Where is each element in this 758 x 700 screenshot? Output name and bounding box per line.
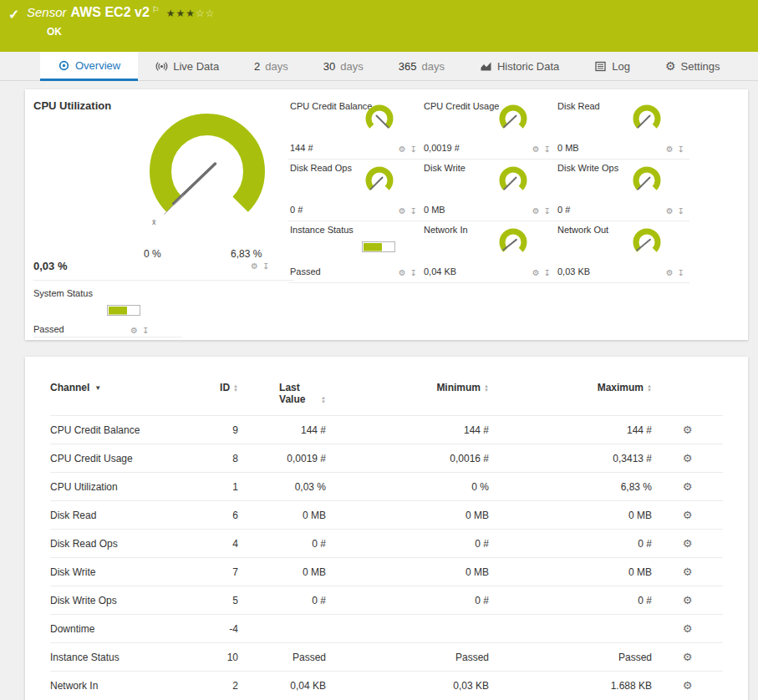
- column-header-maximum[interactable]: Maximum▲▼: [489, 367, 652, 416]
- channel-settings-icon[interactable]: ⚙: [683, 651, 693, 663]
- channel-settings-icon[interactable]: ⚙: [683, 679, 693, 692]
- gear-icon[interactable]: ⚙: [666, 206, 674, 216]
- gauge-cell-disk-read: Disk Read0 MB⚙↧: [556, 98, 689, 160]
- small-gauges-grid: CPU Credit Balance144 #⚙↧CPU Credit Usag…: [288, 98, 689, 283]
- main-gauge-max-label: 6,83 %: [231, 248, 262, 260]
- tab-settings[interactable]: ⚙Settings: [648, 52, 738, 80]
- gear-icon[interactable]: ⚙: [532, 268, 540, 277]
- channel-value: 6,83 %: [489, 473, 652, 501]
- gauge-dial: [360, 164, 399, 199]
- gauge-cell-disk-write: Disk Write0 MB⚙↧: [422, 160, 556, 221]
- channel-name: Disk Read Ops: [50, 530, 192, 558]
- pin-icon[interactable]: ↧: [142, 326, 149, 335]
- star-4[interactable]: ☆: [196, 8, 206, 19]
- channel-value: 8: [192, 444, 238, 473]
- tab-live-data[interactable]: Live Data: [138, 52, 237, 80]
- gauge-dial: [494, 164, 532, 199]
- channel-settings-icon[interactable]: ⚙: [683, 509, 693, 521]
- sort-icon[interactable]: ▲▼: [484, 384, 489, 393]
- gauge-actions: ⚙↧: [666, 145, 684, 154]
- column-label: Minimum: [436, 382, 481, 393]
- tab-365-days[interactable]: 365days: [381, 52, 462, 80]
- channel-value: 0 MB: [238, 501, 326, 530]
- channel-settings-icon[interactable]: ⚙: [683, 594, 693, 606]
- gauge-dial-holder: [360, 164, 399, 202]
- gauge-value: Passed: [290, 266, 321, 276]
- pin-icon[interactable]: ↧: [544, 206, 551, 216]
- tab-2-days[interactable]: 2days: [237, 52, 306, 80]
- gear-icon[interactable]: ⚙: [666, 268, 674, 277]
- tab-number: 365: [399, 60, 417, 73]
- pin-icon[interactable]: ↧: [544, 268, 551, 277]
- channel-name: Network In: [50, 672, 192, 700]
- channel-menu-icon[interactable]: ▼: [94, 384, 101, 392]
- gear-icon[interactable]: ⚙: [399, 206, 406, 216]
- table-row-disk-read: Disk Read60 MB0 MB0 MB⚙: [50, 501, 723, 530]
- tab-label: days: [421, 60, 444, 73]
- gear-icon[interactable]: ⚙: [532, 206, 540, 216]
- gauge-title: Network In: [424, 225, 468, 235]
- channel-settings-icon[interactable]: ⚙: [683, 424, 693, 436]
- sort-icon[interactable]: ▲▼: [647, 384, 652, 393]
- pin-icon[interactable]: ↧: [678, 206, 684, 216]
- table-row-downtime: Downtime-4⚙: [50, 615, 723, 643]
- star-5[interactable]: ☆: [206, 8, 216, 19]
- gear-icon[interactable]: ⚙: [532, 145, 540, 154]
- pin-icon[interactable]: ↧: [678, 268, 684, 277]
- channel-settings-icon[interactable]: ⚙: [683, 452, 693, 464]
- table-row-cpu-utilization: CPU Utilization10,03 %0 %6,83 %⚙: [50, 473, 723, 501]
- gauge-dial: [628, 164, 666, 199]
- gear-icon[interactable]: ⚙: [666, 145, 674, 154]
- star-2[interactable]: ★: [176, 8, 186, 19]
- tab-label: Historic Data: [497, 60, 559, 73]
- gear-icon[interactable]: ⚙: [130, 326, 138, 335]
- column-header-id[interactable]: ID▲▼: [192, 367, 238, 416]
- priority-stars[interactable]: ★★★☆☆: [166, 8, 216, 19]
- channel-settings-icon[interactable]: ⚙: [683, 566, 693, 578]
- sort-icon[interactable]: ▲▼: [321, 396, 326, 404]
- column-header-minimum[interactable]: Minimum▲▼: [326, 367, 489, 416]
- gear-icon[interactable]: ⚙: [399, 268, 406, 277]
- pin-icon[interactable]: ↧: [410, 206, 417, 216]
- table-header-row: Channel▼ID▲▼Last Value▲▼Minimum▲▼Maximum…: [50, 367, 723, 416]
- column-header-actions: [652, 367, 723, 416]
- pin-icon[interactable]: ↧: [262, 261, 269, 271]
- channel-value: Passed: [489, 643, 652, 672]
- gear-icon[interactable]: ⚙: [251, 261, 258, 271]
- channel-settings-icon[interactable]: ⚙: [683, 622, 693, 635]
- pin-icon[interactable]: ↧: [410, 268, 417, 277]
- star-3[interactable]: ★: [186, 8, 196, 19]
- tab-log[interactable]: Log: [577, 52, 648, 80]
- channel-value: 0 #: [326, 530, 489, 558]
- tab-overview[interactable]: Overview: [40, 52, 138, 81]
- tab-30-days[interactable]: 30days: [306, 52, 381, 80]
- gauge-actions: ⚙↧: [532, 206, 551, 216]
- flag-icon[interactable]: ⚐: [152, 5, 160, 14]
- pin-icon[interactable]: ↧: [678, 145, 684, 154]
- gauge-value: 0 #: [290, 205, 303, 215]
- gauge-title: Instance Status: [290, 225, 354, 235]
- gauge-dial: [494, 226, 532, 261]
- tab-bar: OverviewLive Data2days30days365daysHisto…: [0, 52, 758, 81]
- gauge-actions: ⚙↧: [399, 268, 417, 277]
- sensor-status-label: OK: [47, 26, 62, 38]
- channel-value: 0 MB: [489, 501, 652, 530]
- channel-settings-icon[interactable]: ⚙: [683, 537, 693, 550]
- sort-icon[interactable]: ▲▼: [233, 384, 238, 393]
- star-1[interactable]: ★: [166, 8, 176, 19]
- gauges-panel: CPU Utilization x̄ 0,03 % 0 % 6,83 % ⚙ ↧…: [25, 89, 748, 340]
- pin-icon[interactable]: ↧: [410, 145, 417, 154]
- gauge-title: Disk Read Ops: [290, 163, 352, 173]
- tab-number: 30: [323, 60, 335, 73]
- gauge-cell-cpu-credit-balance: CPU Credit Balance144 #⚙↧: [288, 98, 422, 160]
- channel-value: 144 #: [489, 416, 652, 444]
- channel-settings-icon[interactable]: ⚙: [683, 480, 693, 493]
- gauge-value: 0,03 KB: [557, 266, 590, 276]
- column-header-channel[interactable]: Channel▼: [50, 367, 192, 416]
- gauge-title: Disk Write: [424, 163, 465, 173]
- pin-icon[interactable]: ↧: [544, 145, 551, 154]
- page-content: CPU Utilization x̄ 0,03 % 0 % 6,83 % ⚙ ↧…: [0, 81, 758, 700]
- gear-icon[interactable]: ⚙: [399, 145, 406, 154]
- column-header-last-value[interactable]: Last Value▲▼: [238, 367, 326, 416]
- tab-historic-data[interactable]: Historic Data: [462, 52, 577, 80]
